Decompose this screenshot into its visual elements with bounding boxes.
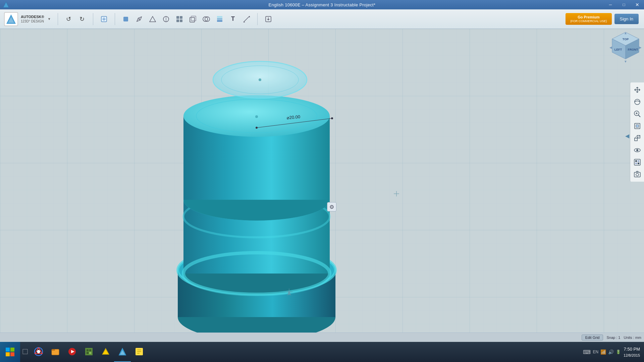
new-object-button[interactable] <box>98 13 110 25</box>
logo-dropdown-arrow[interactable]: ▼ <box>48 17 51 21</box>
nav-cube[interactable]: TOP LEFT FRONT ▲ ▼ ◀ ▶ <box>609 31 642 64</box>
premium-area: Go Premium (FOR COMMERCIAL USE) Sign In <box>566 13 644 25</box>
svg-point-7 <box>139 18 140 20</box>
primitives-tool[interactable] <box>120 13 132 25</box>
pattern-tool[interactable] <box>173 13 185 25</box>
boolean-tool[interactable] <box>200 13 212 25</box>
svg-rect-6 <box>123 17 128 21</box>
svg-rect-16 <box>191 16 196 21</box>
panel-toggle-arrow[interactable]: ◀ <box>625 133 629 139</box>
svg-line-22 <box>244 16 250 22</box>
taskbar-explorer[interactable] <box>47 342 64 362</box>
clock-display[interactable]: 7:50 PM 12/8/2015 <box>624 346 640 358</box>
zoom-button[interactable] <box>632 109 643 119</box>
svg-point-46 <box>259 78 261 81</box>
viewport[interactable]: ⌀20.00 ⚙ <box>0 29 644 362</box>
logo-box <box>4 12 18 26</box>
undo-redo-group: ↺ ↻ <box>61 13 90 25</box>
taskbar-sticky[interactable] <box>131 342 148 362</box>
svg-rect-84 <box>6 352 10 356</box>
app-icon <box>3 1 9 9</box>
signin-button[interactable]: Sign In <box>614 14 639 24</box>
main-tools-group: T <box>118 13 255 25</box>
render-button[interactable] <box>632 157 643 168</box>
svg-rect-90 <box>52 349 55 351</box>
toolbar: AUTODESK® 123D° DESIGN ▼ ↺ ↻ <box>0 9 644 29</box>
nav-right[interactable]: ▶ <box>639 46 642 49</box>
keyboard-icon: ⌨ <box>583 349 591 355</box>
svg-rect-11 <box>176 16 179 19</box>
orbit-button[interactable] <box>632 97 643 107</box>
svg-point-88 <box>37 350 40 353</box>
taskbar: ⌨ EN 📶 🔊 🔋 7:50 PM 12/8/2015 <box>0 342 644 362</box>
undo-button[interactable]: ↺ <box>63 13 75 25</box>
svg-point-43 <box>255 115 258 118</box>
svg-rect-13 <box>176 19 179 22</box>
autodesk-logo[interactable]: AUTODESK® 123D° DESIGN ▼ <box>0 12 55 26</box>
fit-button[interactable] <box>632 121 643 131</box>
edit-grid-button[interactable]: Edit Grid <box>582 335 603 341</box>
construct-tool[interactable] <box>147 13 159 25</box>
nav-down[interactable]: ▼ <box>624 60 627 63</box>
svg-text:LEFT: LEFT <box>614 48 622 51</box>
import-button[interactable] <box>262 13 274 25</box>
taskbar-minecraft[interactable] <box>80 342 97 362</box>
divider-4 <box>257 13 258 25</box>
svg-point-62 <box>635 99 640 105</box>
right-toolbar <box>630 82 644 182</box>
taskbar-app6[interactable] <box>97 342 114 362</box>
measure-tool[interactable] <box>240 13 253 25</box>
text-tool[interactable]: T <box>227 13 239 25</box>
svg-rect-68 <box>636 125 639 127</box>
svg-marker-0 <box>3 2 9 7</box>
svg-rect-12 <box>180 16 182 19</box>
gear-icon: ⚙ <box>329 204 334 210</box>
svg-rect-79 <box>638 163 639 164</box>
logo-product: 123D° DESIGN <box>21 19 44 23</box>
modify-tool[interactable] <box>160 13 172 25</box>
svg-rect-95 <box>89 349 91 351</box>
svg-rect-75 <box>634 159 640 165</box>
bottom-strip: Edit Grid Snap : 1 Units : mm <box>0 333 644 342</box>
3d-scene: ⌀20.00 <box>0 29 644 362</box>
svg-point-74 <box>636 149 638 151</box>
maximize-btn[interactable]: □ <box>617 0 631 9</box>
battery-icon: 🔋 <box>616 350 621 354</box>
taskbar-right: ⌨ EN 📶 🔊 🔋 7:50 PM 12/8/2015 <box>583 342 644 362</box>
redo-button[interactable]: ↻ <box>76 13 88 25</box>
taskbar-media[interactable] <box>64 342 80 362</box>
svg-text:TOP: TOP <box>623 38 629 41</box>
svg-rect-93 <box>85 348 93 355</box>
sketch-tool[interactable] <box>133 13 145 25</box>
taskbar-123design[interactable] <box>114 342 131 362</box>
start-button[interactable] <box>0 342 20 362</box>
date-display: 12/8/2015 <box>624 353 640 358</box>
language-icon: EN <box>593 350 598 354</box>
pan-button[interactable] <box>632 84 643 95</box>
nav-left[interactable]: ◀ <box>609 46 612 49</box>
stack-tool[interactable] <box>214 13 226 25</box>
restore-btn[interactable]: ─ <box>604 0 617 9</box>
divider-3 <box>115 13 115 25</box>
window-controls: ─ □ ✕ <box>604 0 644 9</box>
context-gear-button[interactable]: ⚙ <box>327 202 336 212</box>
view3d-button[interactable] <box>632 133 643 143</box>
svg-rect-15 <box>190 17 195 22</box>
nav-up[interactable]: ▲ <box>624 31 627 35</box>
svg-rect-21 <box>217 16 222 18</box>
time-display: 7:50 PM <box>624 346 640 353</box>
network-icon: 📶 <box>600 349 606 355</box>
taskbar-chrome[interactable] <box>30 342 47 362</box>
group-tool[interactable] <box>187 13 199 25</box>
premium-button[interactable]: Go Premium (FOR COMMERCIAL USE) <box>566 13 611 25</box>
svg-rect-85 <box>10 352 14 356</box>
close-btn[interactable]: ✕ <box>631 0 644 9</box>
snapshot-button[interactable] <box>632 169 643 180</box>
import-group <box>260 13 276 25</box>
window-title: English 10600E – Assignment 3 Instructab… <box>269 2 376 7</box>
visibility-button[interactable] <box>632 145 643 156</box>
svg-rect-96 <box>87 352 89 354</box>
show-desktop-button[interactable] <box>20 342 30 362</box>
svg-rect-94 <box>87 349 89 351</box>
title-bar: English 10600E – Assignment 3 Instructab… <box>0 0 644 9</box>
